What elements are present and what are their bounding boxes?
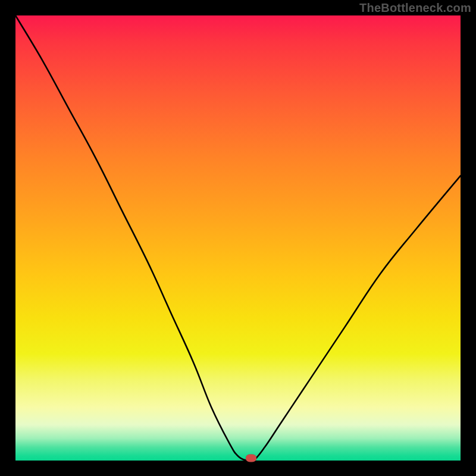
bottleneck-curve: [15, 15, 461, 461]
watermark-text: TheBottleneck.com: [359, 1, 471, 15]
chart-frame: TheBottleneck.com: [0, 0, 476, 476]
optimum-marker: [246, 455, 256, 462]
plot-area: [15, 15, 461, 461]
